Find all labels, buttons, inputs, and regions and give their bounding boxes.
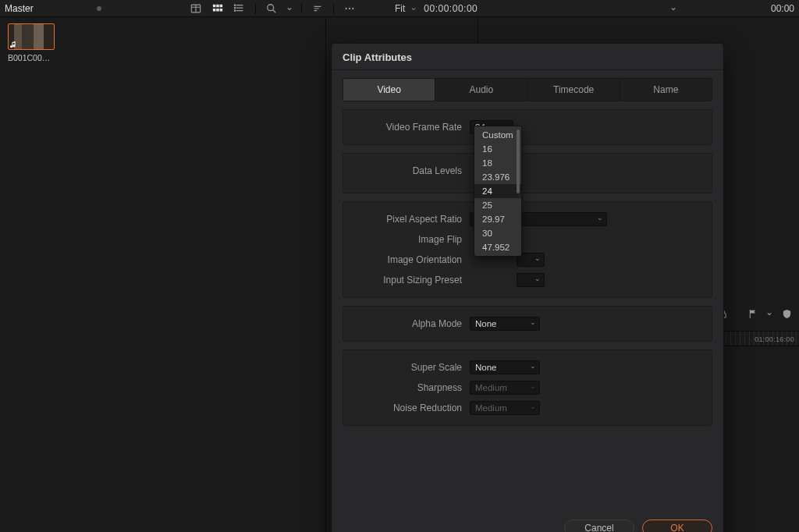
select-noise-reduction-value: Medium [475, 403, 507, 413]
label-data-levels: Data Levels [351, 165, 470, 176]
clip-attributes-dialog: Clip Attributes Video Audio Timecode Nam… [331, 43, 724, 532]
tab-name[interactable]: Name [620, 79, 712, 101]
svg-rect-5 [216, 9, 219, 12]
chevron-down-icon [534, 256, 541, 264]
chevron-down-icon [530, 404, 536, 412]
label-alpha-mode: Alpha Mode [351, 318, 470, 329]
frame-rate-option[interactable]: 30 [474, 226, 521, 240]
chevron-down-icon [410, 3, 417, 14]
frame-rate-option[interactable]: 24 [474, 184, 521, 198]
viewer-timecode-right: 00:00 [771, 3, 794, 14]
top-toolbar: Master Fit 00:00:00:00 00:00 [0, 0, 799, 17]
svg-point-10 [268, 4, 274, 10]
frame-rate-option[interactable]: 29.97 [474, 212, 521, 226]
section-data-levels: Data Levels [343, 153, 712, 193]
cancel-button[interactable]: Cancel [564, 520, 634, 532]
viewer-timecode-left: 00:00:00:00 [424, 3, 478, 14]
frame-rate-option[interactable]: 16 [474, 142, 521, 156]
section-alpha: Alpha Mode None [343, 306, 712, 342]
svg-rect-1 [213, 4, 216, 7]
tab-timecode[interactable]: Timecode [527, 79, 620, 101]
svg-point-9 [234, 9, 235, 10]
timeline-toolbar [716, 307, 793, 320]
search-icon[interactable] [264, 2, 279, 15]
label-image-orientation: Image Orientation [351, 254, 470, 265]
marker-icon[interactable] [780, 307, 793, 320]
svg-rect-2 [216, 4, 219, 7]
label-input-sizing-preset: Input Sizing Preset [351, 275, 470, 286]
frame-rate-option[interactable]: 47.952 [474, 240, 521, 254]
dialog-footer: Cancel OK [332, 504, 723, 532]
section-geometry: Pixel Aspect Ratio Image Flip Image Orie… [343, 201, 712, 298]
more-icon[interactable] [342, 2, 357, 15]
select-sharpness: Medium [470, 381, 540, 395]
svg-point-12 [349, 7, 350, 9]
svg-rect-3 [220, 4, 223, 7]
sort-icon[interactable] [310, 2, 325, 15]
svg-point-7 [234, 4, 235, 5]
label-frame-rate: Video Frame Rate [351, 122, 470, 133]
flag-chevron-icon[interactable] [763, 307, 776, 320]
ok-button[interactable]: OK [642, 520, 712, 532]
bin-label[interactable]: Master [5, 3, 91, 14]
select-alpha-mode-value: None [475, 319, 497, 328]
frame-rate-dropdown[interactable]: Custom161823.976242529.973047.952 [474, 126, 522, 257]
clip-item[interactable]: B001C001_... [8, 23, 55, 62]
timeline-ruler-tc: 01:00:16:00 [755, 335, 794, 343]
flag-icon[interactable] [746, 307, 758, 320]
select-super-scale[interactable]: None [470, 360, 540, 374]
audio-note-icon [10, 40, 18, 48]
svg-point-13 [352, 7, 353, 9]
label-sharpness: Sharpness [351, 382, 470, 393]
dialog-title: Clip Attributes [332, 44, 723, 70]
record-dot-icon [97, 6, 101, 11]
label-super-scale: Super Scale [351, 362, 470, 373]
label-image-flip: Image Flip [351, 234, 470, 245]
dialog-tabs: Video Audio Timecode Name [343, 78, 712, 101]
view-thumbnail-icon[interactable] [210, 2, 225, 15]
chevron-down-icon [530, 384, 536, 392]
viewer-zoom-select[interactable]: Fit [395, 3, 417, 14]
dropdown-scrollbar[interactable] [517, 129, 520, 193]
chevron-down-icon [530, 364, 536, 371]
select-super-scale-value: None [475, 363, 497, 372]
clip-thumbnail[interactable] [8, 23, 55, 50]
svg-point-8 [234, 7, 235, 8]
select-alpha-mode[interactable]: None [470, 317, 540, 331]
media-pool: B001C001_... [0, 17, 326, 532]
select-noise-reduction: Medium [470, 401, 540, 415]
section-framerate: Video Frame Rate 24 [343, 109, 712, 145]
svg-rect-4 [213, 9, 216, 12]
tab-video[interactable]: Video [343, 79, 435, 101]
section-superscale: Super Scale None Sharpness Medium Noise … [343, 349, 712, 426]
tab-audio[interactable]: Audio [435, 79, 527, 101]
svg-point-11 [345, 7, 346, 9]
search-chevron-icon[interactable] [286, 2, 293, 15]
select-input-sizing-preset[interactable] [517, 273, 545, 287]
frame-rate-option[interactable]: 23.976 [474, 170, 521, 184]
fit-label: Fit [395, 3, 405, 14]
chevron-down-icon [534, 276, 541, 284]
select-sharpness-value: Medium [475, 383, 507, 392]
chevron-down-icon [530, 320, 536, 328]
view-list-icon[interactable] [232, 2, 247, 15]
chevron-down-icon [597, 215, 603, 223]
viewer-title-chevron-icon[interactable] [669, 2, 677, 15]
frame-rate-option[interactable]: 25 [474, 198, 521, 212]
label-noise-reduction: Noise Reduction [351, 403, 470, 413]
view-metadata-icon[interactable] [188, 2, 204, 15]
clip-name: B001C001_... [8, 53, 55, 62]
svg-rect-6 [220, 9, 223, 12]
label-par: Pixel Aspect Ratio [351, 214, 470, 225]
frame-rate-option[interactable]: 18 [474, 156, 521, 170]
frame-rate-option[interactable]: Custom [474, 128, 521, 142]
